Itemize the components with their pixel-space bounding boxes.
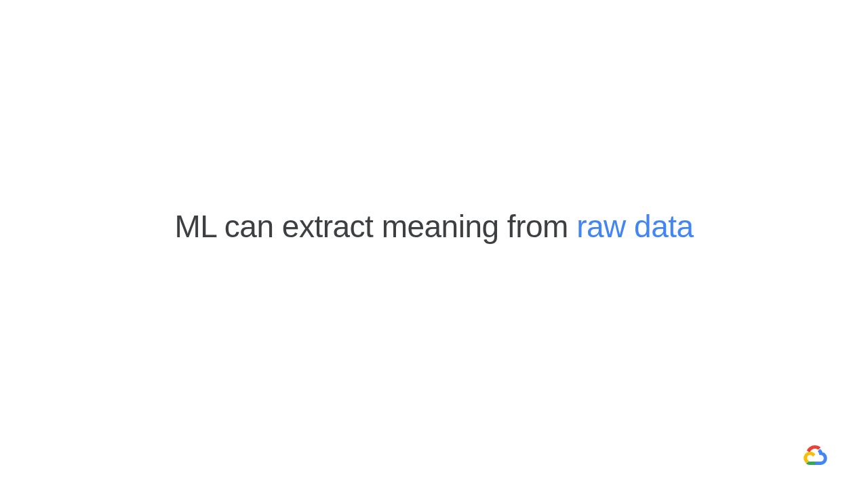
- slide-content: ML can extract meaning from raw data: [0, 0, 868, 488]
- headline-primary-text: ML can extract meaning from: [174, 209, 576, 244]
- slide-headline: ML can extract meaning from raw data: [174, 208, 693, 245]
- headline-highlight-text: raw data: [576, 209, 693, 244]
- google-cloud-logo-icon: [803, 443, 827, 468]
